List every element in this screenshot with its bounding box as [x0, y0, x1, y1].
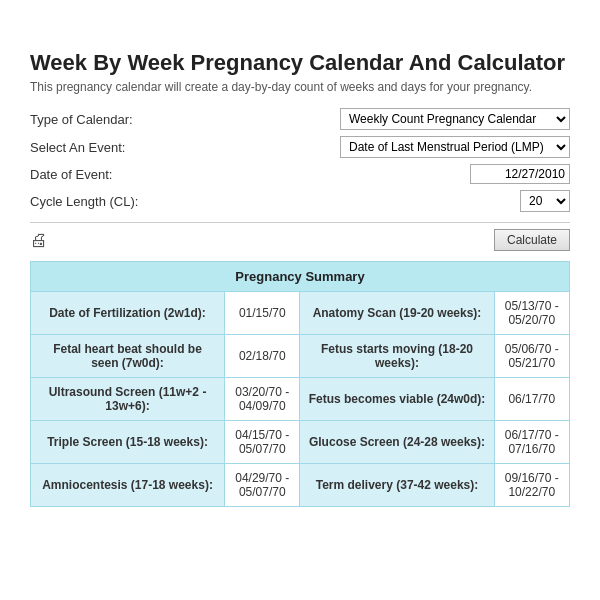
row-right-label: Term delivery (37-42 weeks):: [300, 464, 494, 507]
table-header: Pregnancy Summary: [31, 262, 570, 292]
table-row: Date of Fertilization (2w1d):01/15/70Ana…: [31, 292, 570, 335]
row-right-value: 05/06/70 - 05/21/70: [494, 335, 569, 378]
page-title: Week By Week Pregnancy Calendar And Calc…: [30, 50, 570, 76]
table-row: Triple Screen (15-18 weeks):04/15/70 - 0…: [31, 421, 570, 464]
date-of-event-row: Date of Event:: [30, 164, 570, 184]
row-right-value: 05/13/70 - 05/20/70: [494, 292, 569, 335]
row-right-label: Fetus starts moving (18-20 weeks):: [300, 335, 494, 378]
event-label: Select An Event:: [30, 140, 190, 155]
date-label: Date of Event:: [30, 167, 190, 182]
row-right-value: 09/16/70 - 10/22/70: [494, 464, 569, 507]
table-row: Amniocentesis (17-18 weeks):04/29/70 - 0…: [31, 464, 570, 507]
pregnancy-summary-table: Pregnancy Summary Date of Fertilization …: [30, 261, 570, 507]
row-right-label: Anatomy Scan (19-20 weeks):: [300, 292, 494, 335]
cycle-label: Cycle Length (CL):: [30, 194, 190, 209]
row-left-label: Ultrasound Screen (11w+2 - 13w+6):: [31, 378, 225, 421]
row-right-label: Glucose Screen (24-28 weeks):: [300, 421, 494, 464]
event-select[interactable]: Date of Last Menstrual Period (LMP) Date…: [340, 136, 570, 158]
form-divider: [30, 222, 570, 223]
row-left-label: Triple Screen (15-18 weeks):: [31, 421, 225, 464]
row-left-value: 04/29/70 - 05/07/70: [225, 464, 300, 507]
date-input[interactable]: [470, 164, 570, 184]
table-row: Ultrasound Screen (11w+2 - 13w+6):03/20/…: [31, 378, 570, 421]
row-right-value: 06/17/70 - 07/16/70: [494, 421, 569, 464]
row-right-label: Fetus becomes viable (24w0d):: [300, 378, 494, 421]
row-left-label: Date of Fertilization (2w1d):: [31, 292, 225, 335]
row-left-label: Fetal heart beat should be seen (7w0d):: [31, 335, 225, 378]
page-subtitle: This pregnancy calendar will create a da…: [30, 80, 570, 94]
row-left-value: 01/15/70: [225, 292, 300, 335]
printer-icon[interactable]: 🖨: [30, 230, 48, 251]
select-event-row: Select An Event: Date of Last Menstrual …: [30, 136, 570, 158]
row-left-value: 04/15/70 - 05/07/70: [225, 421, 300, 464]
row-right-value: 06/17/70: [494, 378, 569, 421]
bottom-bar: 🖨 Calculate: [30, 229, 570, 251]
type-label: Type of Calendar:: [30, 112, 190, 127]
cycle-length-row: Cycle Length (CL): 20212223 24252627 282…: [30, 190, 570, 212]
type-select[interactable]: Weekly Count Pregnancy Calendar Day By D…: [340, 108, 570, 130]
row-left-value: 03/20/70 - 04/09/70: [225, 378, 300, 421]
cycle-select[interactable]: 20212223 24252627 282930: [520, 190, 570, 212]
table-row: Fetal heart beat should be seen (7w0d):0…: [31, 335, 570, 378]
row-left-value: 02/18/70: [225, 335, 300, 378]
row-left-label: Amniocentesis (17-18 weeks):: [31, 464, 225, 507]
calculate-button[interactable]: Calculate: [494, 229, 570, 251]
type-of-calendar-row: Type of Calendar: Weekly Count Pregnancy…: [30, 108, 570, 130]
